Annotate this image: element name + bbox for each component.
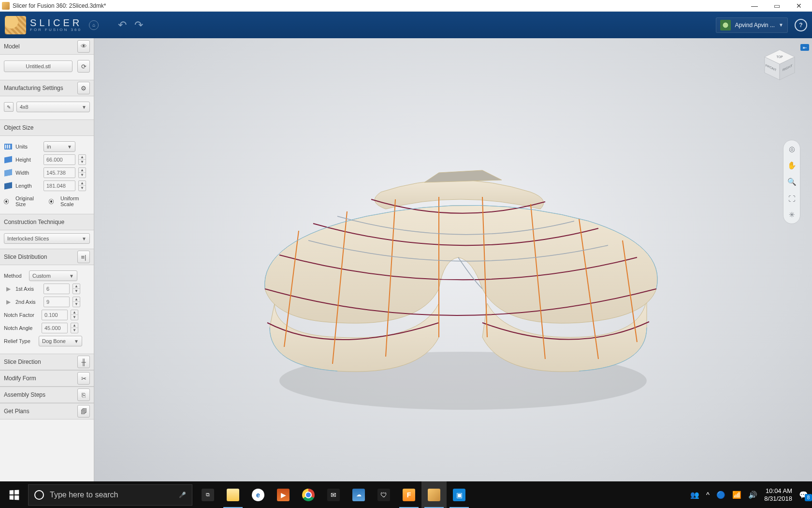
- notch-factor-spinner[interactable]: ▲▼: [71, 310, 78, 320]
- axis1-spinner[interactable]: ▲▼: [72, 284, 80, 294]
- section-slice-distribution-header[interactable]: Slice Distribution ≡|: [0, 249, 94, 265]
- method-dropdown[interactable]: Custom ▼: [29, 270, 77, 281]
- axis2-play-button[interactable]: ▶: [4, 298, 13, 306]
- user-account-button[interactable]: Apvind Apvin ... ▼: [716, 17, 788, 33]
- movies-button[interactable]: ▶: [271, 481, 296, 508]
- spin-up-icon[interactable]: ▲: [79, 155, 86, 160]
- section-model-header[interactable]: Model 👁: [0, 38, 94, 55]
- section-object-size-header[interactable]: Object Size: [0, 120, 94, 136]
- fit-button[interactable]: ⛶: [786, 193, 798, 204]
- relief-type-dropdown[interactable]: Dog Bone ▼: [39, 336, 82, 346]
- taskbar-search[interactable]: Type here to search 🎤: [28, 484, 192, 506]
- pencil-icon: ✎: [7, 105, 11, 110]
- model-file-button[interactable]: Untitled.stl: [4, 60, 72, 72]
- slice-distribution-tool-button[interactable]: ≡|: [77, 251, 90, 263]
- clock-button[interactable]: 10:04 AM 8/31/2018: [764, 487, 792, 502]
- spin-down-icon[interactable]: ▼: [71, 315, 78, 320]
- chevron-down-icon: ▼: [82, 105, 87, 110]
- look-at-button[interactable]: ✳: [786, 209, 798, 221]
- weather-button[interactable]: ☁: [346, 481, 371, 508]
- home-button[interactable]: ⌂: [89, 20, 99, 30]
- security-button[interactable]: 🛡: [371, 481, 396, 508]
- assembly-steps-tool-button[interactable]: ⎘: [77, 388, 90, 401]
- refresh-model-button[interactable]: ⟳: [77, 60, 90, 73]
- spin-up-icon[interactable]: ▲: [73, 284, 80, 289]
- file-explorer-button[interactable]: [220, 481, 246, 508]
- section-manufacturing-header[interactable]: Manufacturing Settings ⚙: [0, 80, 94, 96]
- photos-button[interactable]: ▣: [447, 481, 472, 508]
- axis1-play-button[interactable]: ▶: [4, 285, 13, 293]
- original-size-radio[interactable]: [4, 199, 9, 204]
- notch-angle-spinner[interactable]: ▲▼: [71, 323, 78, 333]
- axis2-input[interactable]: 9: [44, 297, 70, 307]
- fusion360-button[interactable]: F: [396, 481, 421, 508]
- mic-button[interactable]: 🎤: [173, 492, 192, 498]
- height-spinner[interactable]: ▲▼: [78, 154, 86, 165]
- section-construction-header[interactable]: Construction Technique: [0, 214, 94, 230]
- window-close-button[interactable]: ✕: [788, 0, 810, 12]
- uniform-scale-radio[interactable]: [49, 199, 54, 204]
- units-label: Units: [15, 144, 41, 149]
- slice-direction-tool-button[interactable]: ╫: [77, 356, 90, 368]
- spin-down-icon[interactable]: ▼: [79, 160, 86, 164]
- spin-down-icon[interactable]: ▼: [73, 289, 80, 294]
- section-modify-form-header[interactable]: Modify Form ✂: [0, 370, 94, 387]
- visibility-toggle-button[interactable]: 👁: [77, 40, 90, 53]
- spin-up-icon[interactable]: ▲: [79, 168, 86, 173]
- edge-icon: e: [252, 489, 264, 501]
- orbit-button[interactable]: ◎: [786, 143, 798, 155]
- window-minimize-button[interactable]: —: [743, 0, 766, 12]
- mail-button[interactable]: ✉: [321, 481, 346, 508]
- volume-icon[interactable]: 🔊: [748, 491, 757, 499]
- chrome-button[interactable]: [296, 481, 321, 508]
- svg-rect-3: [9, 145, 10, 149]
- help-button[interactable]: ?: [795, 19, 807, 31]
- length-spinner[interactable]: ▲▼: [78, 180, 86, 191]
- network-icon[interactable]: 📶: [732, 491, 741, 499]
- bluetooth-icon[interactable]: 🔵: [716, 491, 725, 499]
- spin-down-icon[interactable]: ▼: [79, 173, 86, 178]
- section-slice-direction-header[interactable]: Slice Direction ╫: [0, 354, 94, 370]
- construction-technique-dropdown[interactable]: Interlocked Slices ▼: [4, 233, 90, 244]
- spin-down-icon[interactable]: ▼: [73, 302, 80, 307]
- spin-up-icon[interactable]: ▲: [73, 297, 80, 302]
- action-center-button[interactable]: 💬: [799, 491, 808, 499]
- width-spinner[interactable]: ▲▼: [78, 167, 86, 178]
- spin-up-icon[interactable]: ▲: [71, 310, 78, 315]
- manufacturing-settings-gear-button[interactable]: ⚙: [77, 82, 90, 94]
- people-button[interactable]: 👥: [690, 491, 699, 499]
- model-preview: [212, 95, 695, 424]
- get-plans-tool-button[interactable]: 🗐: [77, 405, 90, 418]
- width-input[interactable]: 145.738: [44, 167, 75, 178]
- viewcube-collapse-button[interactable]: ⇤: [800, 44, 809, 51]
- tray-overflow-button[interactable]: ^: [706, 491, 710, 499]
- section-assembly-steps-header[interactable]: Assembly Steps ⎘: [0, 387, 94, 403]
- axis1-input[interactable]: 6: [44, 284, 70, 294]
- slicer-taskbar-button[interactable]: [421, 481, 447, 508]
- length-input[interactable]: 181.048: [44, 180, 75, 191]
- pan-button[interactable]: ✋: [786, 160, 798, 171]
- undo-button[interactable]: ↶: [118, 19, 127, 31]
- edit-manufacturing-button[interactable]: ✎: [4, 102, 14, 112]
- spin-up-icon[interactable]: ▲: [71, 323, 78, 328]
- manufacturing-preset-dropdown[interactable]: 4x8 ▼: [16, 102, 90, 112]
- 3d-viewport[interactable]: ⇤ TOP FRONT RIGHT ◎ ✋ 🔍 ⛶ ✳: [94, 38, 812, 481]
- viewcube[interactable]: TOP FRONT RIGHT: [762, 47, 798, 83]
- height-input[interactable]: 66.000: [44, 154, 75, 165]
- spin-down-icon[interactable]: ▼: [79, 186, 86, 191]
- spin-up-icon[interactable]: ▲: [79, 181, 86, 186]
- modify-form-tool-button[interactable]: ✂: [77, 372, 90, 385]
- user-name-label: Apvind Apvin ...: [735, 22, 775, 29]
- notch-factor-input[interactable]: 0.100: [42, 310, 68, 320]
- axis2-spinner[interactable]: ▲▼: [72, 297, 80, 307]
- redo-button[interactable]: ↷: [134, 19, 143, 31]
- notch-angle-input[interactable]: 45.000: [42, 323, 68, 333]
- task-view-button[interactable]: ⧉: [195, 481, 220, 508]
- section-get-plans-header[interactable]: Get Plans 🗐: [0, 403, 94, 419]
- edge-button[interactable]: e: [246, 481, 271, 508]
- units-dropdown[interactable]: in ▼: [44, 141, 75, 152]
- spin-down-icon[interactable]: ▼: [71, 328, 78, 333]
- start-button[interactable]: [0, 481, 28, 508]
- window-maximize-button[interactable]: ▭: [766, 0, 788, 12]
- zoom-button[interactable]: 🔍: [786, 176, 798, 188]
